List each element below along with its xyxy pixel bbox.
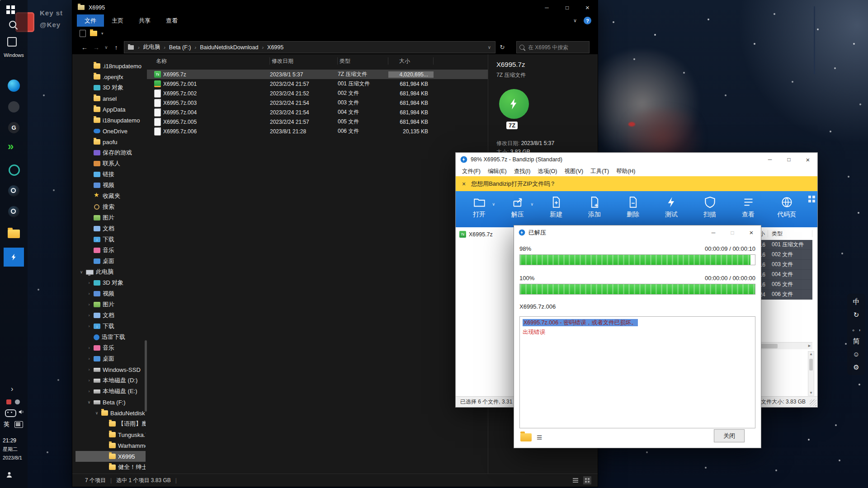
sidebar-item[interactable]: 联系人 [75,158,146,169]
thumbnails-view-button[interactable] [583,476,591,484]
dialog-minimize-button[interactable]: ─ [704,225,723,239]
sidebar-expand-chevron[interactable]: › [87,378,91,383]
vscroll-up-arrow-icon[interactable]: ▲ [808,352,814,356]
sidebar-item[interactable]: › 本地磁盘 (D:) [75,375,146,386]
close-button[interactable]: 关闭 [714,429,745,442]
taskbar-bandizip-active-icon[interactable] [4,248,24,267]
taskbar-steam-icon-2[interactable] [8,206,19,217]
breadcrumb-item[interactable]: Beta (F:) [167,44,193,51]
sidebar-item[interactable]: .i18nupdatemo [75,61,146,71]
ime-icon[interactable]: ↻ [854,311,859,319]
open-dropdown-chevron[interactable]: ∨ [492,202,495,206]
file-row[interactable]: X6995.7z.002 2023/2/24 21:52 002 文件 681,… [147,89,488,98]
sidebar-item[interactable]: .openjfx [75,71,146,82]
sidebar-item[interactable]: › 下载 [75,321,146,332]
recent-locations-chevron[interactable]: ∨ [102,45,110,50]
sidebar-item[interactable]: X6995 [75,451,146,462]
tray-speaker-icon[interactable] [18,408,25,417]
codepage-button[interactable]: 代码页 [769,191,804,227]
sidebar-item[interactable]: › 图片 [75,299,146,310]
log-menu-icon[interactable]: ≡ [537,431,542,443]
vscroll-thumb[interactable] [809,359,813,371]
menu-item[interactable]: 文件(F) [458,168,484,175]
taskbar-app-circle-icon[interactable] [8,101,19,113]
menu-item[interactable]: 视图(V) [561,168,587,175]
sidebar-item[interactable]: AppData [75,104,146,115]
sidebar-item[interactable]: 图片 [75,212,146,223]
file-row[interactable]: X6995.7z.006 2023/8/1 21:28 006 文件 20,13… [147,127,488,136]
sidebar-item[interactable]: 收藏夹 [75,191,146,202]
menu-item[interactable]: 帮助(H) [613,168,639,175]
add-button[interactable]: 添加 [577,191,612,227]
sidebar-expand-chevron[interactable]: › [87,324,91,328]
menu-item[interactable]: 编辑(E) [484,168,510,175]
ribbon-tab[interactable]: 主页 [104,14,131,27]
taskbar-search-icon[interactable] [9,21,16,28]
sidebar-item[interactable]: 视频 [75,180,146,191]
menu-item[interactable]: 选项(O) [534,168,561,175]
sidebar-item[interactable]: paofu [75,136,146,147]
sidebar-expand-chevron[interactable]: › [87,281,91,285]
ime-icon[interactable]: 简 [853,337,860,345]
extract-button[interactable]: 解压 ∨ [500,191,535,227]
sidebar-item[interactable]: ∨ BaiduNetdisk [75,408,146,418]
explorer-minimize-button[interactable]: ─ [537,0,557,14]
view-button[interactable]: 查看 [731,191,765,227]
sidebar-item[interactable]: › 文档 [75,310,146,321]
file-row[interactable]: X6995.7z.004 2023/2/24 21:54 004 文件 681,… [147,108,488,117]
log-line[interactable]: X6995.7z.006 - 密码错误，或者文件已损坏。 [521,318,754,328]
refresh-icon[interactable]: ↻ [495,44,509,51]
extract-dropdown-chevron[interactable]: ∨ [530,202,533,206]
sidebar-expand-chevron[interactable]: › [87,389,91,394]
sidebar-item[interactable]: ansel [75,93,146,104]
sidebar-expand-chevron[interactable]: ∨ [94,411,99,415]
start-button[interactable] [6,5,10,9]
vscroll-down-arrow-icon[interactable]: ▼ [808,391,814,395]
forward-button[interactable]: → [90,44,102,51]
ime-icon[interactable]: 。, [852,324,860,332]
sidebar-item[interactable]: › 视频 [75,288,146,299]
test-button[interactable]: 测试 [654,191,689,227]
taskbar-green-arrows-icon[interactable]: » [8,141,14,152]
ime-icon[interactable]: 中 [853,298,860,305]
up-button[interactable]: ↑ [110,44,122,51]
taskbar-app-icon[interactable] [7,37,17,47]
ribbon-tab[interactable]: 共享 [131,14,158,27]
qat-dropdown-icon[interactable]: ▾ [101,31,104,36]
scan-button[interactable]: 扫描 [693,191,727,227]
address-bar[interactable]: › 此电脑 › Beta (F:) › BaiduNetdiskDownload… [124,41,495,53]
taskbar-clock[interactable]: 21:29 星期二 2023/8/1 [0,436,30,462]
explorer-close-button[interactable]: × [577,0,598,14]
address-dropdown-chevron[interactable]: ∨ [484,45,495,50]
sidebar-item[interactable]: › Windows-SSD [75,364,146,375]
sidebar-expand-chevron[interactable]: ∨ [79,270,84,274]
column-header-date[interactable]: 修改日期 [270,57,338,65]
sidebar-item[interactable]: Tunguska.T… [75,429,146,440]
search-input[interactable] [527,44,586,51]
details-view-button[interactable] [571,476,580,484]
sidebar-item[interactable]: ∨ 此电脑 [75,267,146,277]
column-header-type[interactable]: 类型 [338,57,388,65]
bandizip-close-button[interactable]: × [798,153,817,166]
sidebar-item[interactable]: 搜索 [75,202,146,212]
menu-item[interactable]: 查找(I) [510,168,534,175]
log-line[interactable]: 出现错误 [521,328,754,337]
sidebar-item[interactable]: 保存的游戏 [75,147,146,158]
file-row[interactable]: X6995.7z.003 2023/2/24 21:54 003 文件 681,… [147,98,488,108]
ribbon-tab[interactable]: 文件 [77,14,104,27]
file-row[interactable]: X6995.7z.005 2023/2/24 21:57 005 文件 681,… [147,117,488,127]
menu-item[interactable]: 工具(T) [587,168,613,175]
hscroll-right-arrow-icon[interactable]: ► [807,343,811,348]
help-icon[interactable]: ? [584,17,591,24]
ime-language-indicator[interactable]: 英 [4,420,9,428]
bandizip-minimize-button[interactable]: ─ [760,153,779,166]
sidebar-item[interactable]: 下载 [75,234,146,245]
layout-grid-icon[interactable] [808,196,811,198]
dialog-close-button[interactable]: × [742,225,761,239]
new-archive-button[interactable]: 新建 [539,191,573,227]
sidebar-expand-chevron[interactable]: ∨ [87,400,91,404]
back-button[interactable]: ← [79,44,90,51]
open-folder-icon[interactable] [520,433,532,441]
bandizip-column-type[interactable]: 类型 [768,230,812,237]
open-button[interactable]: 打开 ∨ [462,191,496,227]
